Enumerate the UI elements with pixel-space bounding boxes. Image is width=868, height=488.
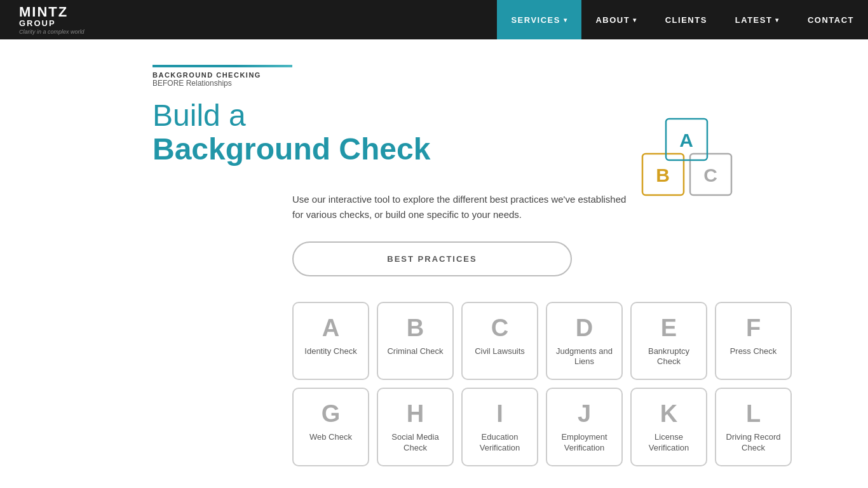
svg-text:A: A bbox=[679, 130, 693, 151]
card-label: Judgments and Liens bbox=[553, 346, 615, 368]
cards-row-1: A Identity Check B Criminal Check C Civi… bbox=[292, 302, 792, 381]
card-letter: E bbox=[661, 316, 677, 340]
nav-item-contact[interactable]: CONTACT bbox=[794, 0, 868, 39]
card-d[interactable]: D Judgments and Liens bbox=[546, 302, 623, 381]
card-c[interactable]: C Civil Lawsuits bbox=[461, 302, 538, 381]
card-letter: B bbox=[407, 316, 424, 340]
logo-tagline: Clarity in a complex world bbox=[19, 29, 85, 35]
best-practices-button[interactable]: BEST PRACTICES bbox=[292, 241, 572, 276]
caret-icon: ▾ bbox=[633, 17, 637, 24]
card-g[interactable]: G Web Check bbox=[292, 388, 369, 466]
card-letter: I bbox=[496, 402, 503, 426]
breadcrumb-subtitle: BEFORE Relationships bbox=[153, 79, 830, 88]
card-letter: C bbox=[491, 316, 508, 340]
card-label: Bankruptcy Check bbox=[638, 346, 700, 368]
caret-icon: ▾ bbox=[564, 17, 568, 24]
card-label: Driving Record Check bbox=[722, 432, 784, 454]
nav-item-about[interactable]: ABOUT▾ bbox=[581, 0, 651, 39]
card-j[interactable]: J Employment Verification bbox=[546, 388, 623, 466]
breadcrumb: BACKGROUND CHECKING BEFORE Relationships bbox=[153, 65, 830, 88]
card-label: Social Media Check bbox=[384, 432, 446, 454]
card-b[interactable]: B Criminal Check bbox=[377, 302, 454, 381]
card-letter: L bbox=[746, 402, 761, 426]
navigation: MINTZ GROUP Clarity in a complex world S… bbox=[0, 0, 868, 39]
card-k[interactable]: K License Verification bbox=[630, 388, 707, 466]
card-a[interactable]: A Identity Check bbox=[292, 302, 369, 381]
logo: MINTZ GROUP Clarity in a complex world bbox=[0, 0, 104, 39]
cards-section: A Identity Check B Criminal Check C Civi… bbox=[292, 302, 792, 467]
svg-text:B: B bbox=[656, 165, 670, 186]
card-i[interactable]: I Education Verification bbox=[461, 388, 538, 466]
card-letter: D bbox=[576, 316, 593, 340]
card-label: Identity Check bbox=[304, 346, 356, 357]
nav-links: SERVICES▾ABOUT▾CLIENTSLATEST▾CONTACT bbox=[497, 0, 868, 39]
breadcrumb-line bbox=[153, 65, 292, 67]
svg-text:C: C bbox=[703, 165, 717, 186]
card-letter: G bbox=[322, 402, 341, 426]
card-label: Web Check bbox=[309, 432, 352, 443]
logo-group: GROUP bbox=[19, 19, 56, 27]
card-label: Employment Verification bbox=[553, 432, 615, 454]
nav-item-services[interactable]: SERVICES▾ bbox=[497, 0, 581, 39]
main-content: BACKGROUND CHECKING BEFORE Relationships… bbox=[0, 39, 868, 488]
caret-icon: ▾ bbox=[775, 17, 780, 24]
nav-item-latest[interactable]: LATEST▾ bbox=[721, 0, 794, 39]
breadcrumb-title: BACKGROUND CHECKING bbox=[153, 71, 830, 79]
card-h[interactable]: H Social Media Check bbox=[377, 388, 454, 466]
description-text: Use our interactive tool to explore the … bbox=[292, 192, 635, 222]
card-label: Press Check bbox=[730, 346, 777, 357]
card-label: Criminal Check bbox=[387, 346, 443, 357]
card-letter: A bbox=[322, 316, 339, 340]
card-f[interactable]: F Press Check bbox=[715, 302, 792, 381]
card-label: Education Verification bbox=[469, 432, 531, 454]
card-l[interactable]: L Driving Record Check bbox=[715, 388, 792, 466]
logo-mintz: MINTZ bbox=[19, 5, 68, 19]
blocks-illustration: B C A bbox=[639, 116, 741, 205]
card-label: License Verification bbox=[638, 432, 700, 454]
nav-item-clients[interactable]: CLIENTS bbox=[651, 0, 721, 39]
card-letter: H bbox=[407, 402, 424, 426]
cards-row-2: G Web Check H Social Media Check I Educa… bbox=[292, 388, 792, 466]
card-letter: F bbox=[746, 316, 761, 340]
card-e[interactable]: E Bankruptcy Check bbox=[630, 302, 707, 381]
card-letter: J bbox=[578, 402, 591, 426]
card-letter: K bbox=[660, 402, 677, 426]
card-label: Civil Lawsuits bbox=[475, 346, 525, 357]
